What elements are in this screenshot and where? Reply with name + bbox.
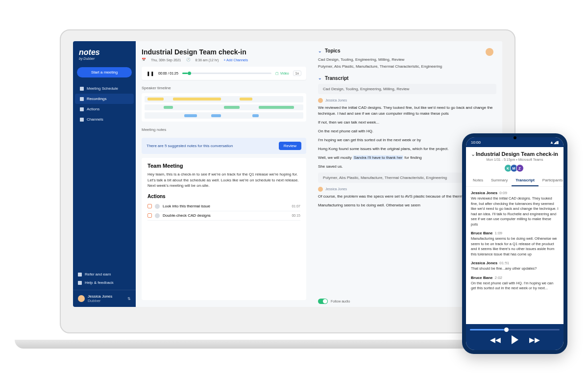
meta-row: 📅Thu, 30th Sep 2021 🕗8:36 am (12 hr) + A… [142, 58, 306, 62]
tab-summary[interactable]: Summary [487, 175, 512, 186]
play-button[interactable] [512, 335, 518, 344]
pause-button[interactable]: ❚❚ [147, 71, 154, 76]
logo: notes by Dubber [73, 41, 136, 63]
suggestion-banner: There are 5 suggested notes for this con… [142, 138, 306, 154]
chevron-updown-icon: ⇅ [127, 297, 131, 301]
follow-audio-row: Follow audio [318, 299, 350, 304]
tab-participants[interactable]: Participants [539, 175, 564, 186]
avatar-stack: K M Z [471, 164, 559, 172]
checkbox-icon[interactable] [147, 213, 152, 218]
recordings-icon [80, 97, 84, 101]
tab-notes[interactable]: Notes [469, 175, 487, 186]
seek-bar[interactable] [182, 73, 271, 74]
sidebar-item-schedule[interactable]: Meeting Schedule [75, 83, 134, 94]
review-button[interactable]: Review [279, 142, 301, 150]
notes-heading: Team Meeting [147, 163, 300, 169]
transcript-line: We reviewed the initial CAD designs. The… [318, 105, 496, 117]
topics-header[interactable]: ⌄Topics [318, 48, 496, 53]
forward-button[interactable]: ▶▶ [529, 336, 540, 344]
page-title: Industrial Design Team check-in [142, 48, 306, 56]
mobile-seek-bar[interactable] [470, 329, 560, 330]
notes-card: Team Meeting Hey team, this is a check-i… [142, 158, 306, 300]
speed-button[interactable]: 1x [293, 71, 301, 76]
transcript-header[interactable]: ⌄Transcript [318, 76, 496, 81]
topic-line: Cad Design, Tooling, Engineering, Millin… [318, 56, 496, 63]
video-toggle[interactable]: ▢Video [275, 72, 289, 76]
transcript-entry: Bruce Bane1:09Manufacturing seems to be … [471, 231, 559, 257]
user-avatar [78, 295, 85, 302]
participant-avatar: Z [516, 164, 524, 172]
follow-audio-toggle[interactable] [318, 299, 328, 304]
transcript-line: If not, then we can talk next week... [318, 120, 496, 126]
action-item[interactable]: Double-check CAD designs 00:15 [147, 211, 300, 221]
sidebar-item-recordings[interactable]: Recordings [75, 94, 134, 104]
speaker-avatar [318, 187, 323, 192]
mobile-header: ⌄ Industrial Design Team check-in Mon 1/… [466, 147, 564, 175]
meeting-notes-label: Meeting notes [142, 127, 306, 132]
video-icon: ▢ [275, 72, 279, 76]
calendar-icon: 📅 [142, 58, 146, 62]
mobile-title: Industrial Design Team check-in [471, 151, 559, 157]
check-icon [80, 107, 84, 111]
assignee-avatar [155, 213, 160, 218]
hash-icon [80, 118, 84, 122]
user-menu[interactable]: Jessica Jones Dubber ⇅ [73, 290, 136, 307]
calendar-icon [80, 87, 84, 91]
clock-icon: 🕗 [186, 58, 191, 62]
sidebar-item-actions[interactable]: Actions [75, 104, 134, 114]
gift-icon [78, 273, 82, 277]
signal-icon: ▲◢▮ [550, 140, 559, 145]
sidebar: notes by Dubber Start a meeting Meeting … [73, 41, 136, 307]
audio-player: ❚❚ 00:00 / 01:25 ▢Video 1x [142, 67, 306, 80]
main-content: Industrial Design Team check-in 📅Thu, 30… [136, 41, 502, 307]
topic-pill: Cad Design, Tooling, Engineering, Millin… [318, 84, 496, 94]
tab-transcript[interactable]: Transcript [512, 175, 539, 186]
transcript-entry: Bruce Bane2:02On the next phone call wit… [471, 276, 559, 291]
mobile-subtitle: Mon 1/31 - 5:15pm • Microsoft Teams [471, 158, 559, 161]
transcript-line: On the next phone call with HQ. [318, 128, 496, 134]
help-icon [78, 281, 82, 285]
chevron-down-icon: ⌄ [318, 49, 322, 53]
sidebar-item-channels[interactable]: Channels [75, 114, 134, 125]
speaker-timeline-label: Speaker timeline [142, 86, 306, 90]
transcript-entry: Jessica Jones01:51That should be fine...… [471, 261, 559, 272]
notes-body: Hey team, this is a check-in to see if w… [147, 172, 300, 189]
checkbox-icon[interactable] [147, 204, 152, 208]
rewind-button[interactable]: ◀◀ [490, 336, 501, 344]
speaker-timeline [142, 93, 306, 122]
mobile-tabs: Notes Summary Transcript Participants [466, 175, 564, 187]
transcript-entry: Jessica Jones0:09We reviewed the initial… [471, 191, 559, 227]
start-meeting-button[interactable]: Start a meeting [77, 67, 132, 77]
mobile-player: ◀◀ ▶▶ [466, 324, 564, 350]
speaker-avatar [318, 98, 323, 103]
action-item[interactable]: Look into this thermal issue 01:07 [147, 202, 300, 211]
player-time: 00:00 / 01:25 [158, 72, 178, 75]
actions-heading: Actions [147, 194, 300, 199]
speaker-row: Jessica Jones [318, 98, 496, 103]
topics-section: ⌄Topics Cad Design, Tooling, Engineering… [318, 48, 496, 71]
mobile-transcript: Jessica Jones0:09We reviewed the initial… [466, 187, 564, 324]
assignee-avatar [155, 204, 160, 209]
topic-line: Polymer, Abs Plastic, Manufacture, Therm… [318, 63, 496, 70]
sidebar-help[interactable]: Help & feedback [78, 278, 131, 287]
phone-status-bar: 10:00 ▲◢▮ [466, 137, 564, 147]
chevron-down-icon: ⌄ [318, 76, 322, 80]
back-button[interactable]: ⌄ [471, 151, 475, 157]
add-channels-link[interactable]: + Add Channels [223, 58, 248, 62]
phone-mockup: 10:00 ▲◢▮ ⌄ Industrial Design Team check… [462, 133, 567, 354]
sidebar-refer[interactable]: Refer and earn [78, 270, 131, 278]
